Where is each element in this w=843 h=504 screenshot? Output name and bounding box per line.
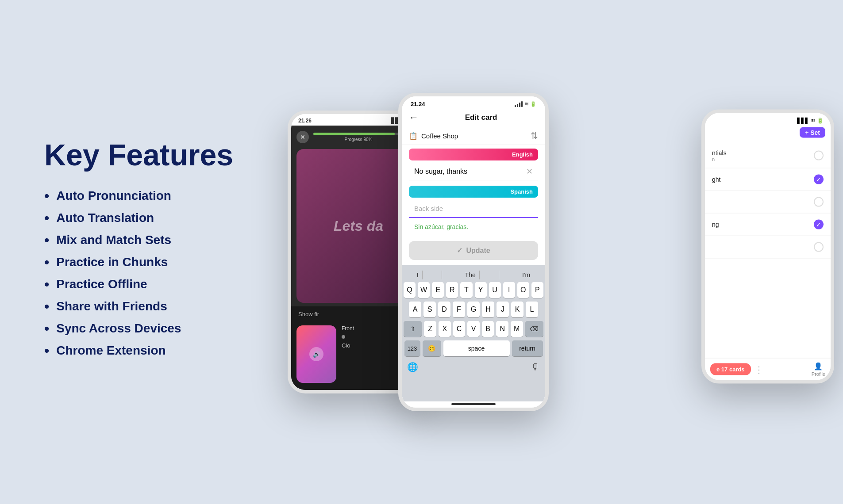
english-section: English No sugar, thanks ✕ (402, 145, 545, 182)
keyboard-key[interactable]: Z (424, 321, 436, 337)
spanish-label: Spanish (510, 188, 533, 195)
keyboard-key[interactable]: W (418, 282, 430, 298)
translation-text: Sin azúcar, gracias. (409, 220, 538, 234)
close-button[interactable]: ✕ (296, 131, 309, 143)
keyboard-key[interactable]: return (512, 340, 543, 356)
keyboard-key[interactable]: E (432, 282, 444, 298)
feature-item: Sync Across Devices (44, 321, 248, 336)
bottom-bar-right: e 17 cards ⋮ 👤 Profile (705, 358, 831, 380)
status-icons-mid: ≋ 🔋 (515, 101, 536, 107)
list-item[interactable]: ng✓ (705, 214, 831, 236)
set-list: ntialsnght✓ng✓ (705, 140, 831, 358)
progress-text: Progress 90% (313, 137, 404, 142)
battery-icon-right: 🔋 (817, 118, 824, 124)
update-button[interactable]: ✓ Update (409, 241, 538, 260)
profile-area[interactable]: 👤 Profile (812, 362, 825, 377)
deck-name: Coffee Shop (421, 132, 527, 140)
list-item[interactable]: ght✓ (705, 168, 831, 191)
more-button[interactable]: ⋮ (754, 364, 763, 374)
radio-unchecked[interactable] (814, 151, 824, 160)
list-item[interactable]: ntialsn (705, 143, 831, 168)
keyboard-key[interactable]: V (467, 321, 480, 337)
keyboard-suggestion[interactable]: I'm (519, 271, 534, 279)
feature-item: Practice in Chunks (44, 255, 248, 269)
keyboard-key[interactable]: R (446, 282, 458, 298)
feature-item: Auto Translation (44, 211, 248, 225)
keyboard-suggestions: ITheI'm (404, 269, 543, 282)
keyboard-key[interactable]: N (496, 321, 508, 337)
status-bar-mid: 21.24 ≋ 🔋 (402, 96, 545, 110)
card-text: Lets da (334, 218, 383, 234)
radio-unchecked[interactable] (814, 242, 824, 252)
back-arrow-button[interactable]: ← (409, 112, 419, 123)
keyboard-key[interactable]: U (489, 282, 501, 298)
keyboard-key[interactable]: J (497, 302, 509, 317)
cards-badge[interactable]: e 17 cards (710, 363, 751, 375)
feature-item: Mix and Match Sets (44, 233, 248, 247)
keyboard-key[interactable]: O (517, 282, 529, 298)
phone-edit-card: 21.24 ≋ 🔋 ← Edit card (398, 93, 549, 411)
keyboard-key[interactable]: 123 (404, 340, 420, 356)
keyboard-row-1: QWERTYUIOP (404, 282, 543, 298)
keyboard-key[interactable]: 😊 (423, 340, 441, 356)
keyboard-key[interactable]: Q (404, 282, 416, 298)
keyboard-key[interactable]: G (467, 302, 480, 317)
keyboard-key[interactable]: T (460, 282, 472, 298)
english-input-area[interactable]: No sugar, thanks ✕ (409, 163, 538, 180)
keyboard-key[interactable]: K (511, 302, 524, 317)
keyboard-key[interactable]: S (423, 302, 436, 317)
set-button[interactable]: + Set (800, 127, 825, 138)
keyboard-key[interactable]: L (526, 302, 538, 317)
set-button-container: + Set (705, 126, 831, 140)
flashcard-front[interactable]: 🔊 (296, 325, 336, 383)
globe-icon[interactable]: 🌐 (407, 362, 418, 372)
keyboard-key[interactable]: Y (475, 282, 487, 298)
radio-checked[interactable]: ✓ (814, 175, 824, 184)
signal-bar-1 (515, 105, 516, 107)
keyboard-key[interactable]: D (438, 302, 450, 317)
time-mid: 21.24 (411, 101, 425, 107)
keyboard-key[interactable]: H (482, 302, 494, 317)
keyboard-key[interactable]: B (482, 321, 494, 337)
keyboard-row-3: ⇧ZXCVBNM⌫ (404, 321, 543, 337)
checkmark-icon: ✓ (457, 246, 462, 255)
keyboard-suggestion[interactable]: I (413, 271, 423, 279)
deck-icon: 📋 (409, 132, 418, 140)
list-item[interactable] (705, 236, 831, 259)
set-label: + Set (805, 129, 820, 136)
keyboard-key[interactable]: X (439, 321, 451, 337)
signal-bar-4 (521, 101, 523, 107)
keyboard-key[interactable]: A (409, 302, 421, 317)
radio-checked[interactable]: ✓ (814, 220, 824, 229)
cards-label: e 17 cards (716, 366, 745, 373)
edit-card-title: Edit card (424, 113, 538, 122)
keyboard-row-2: ASDFGHJKL (404, 302, 543, 317)
keyboard-key[interactable]: C (453, 321, 466, 337)
radio-unchecked[interactable] (814, 197, 824, 207)
keyboard-key[interactable]: ⌫ (525, 321, 543, 337)
keyboard-key[interactable]: P (531, 282, 543, 298)
update-label: Update (466, 247, 490, 255)
phones-section: 21.26 ▋▋▋ ▼ 🔋 ✕ Progress 90% Lets da (274, 0, 843, 504)
keyboard-key[interactable]: M (511, 321, 523, 337)
keyboard-key[interactable]: space (443, 340, 510, 356)
deck-selector[interactable]: 📋 Coffee Shop ⇅ (402, 127, 545, 145)
signal-bar-3 (519, 103, 520, 107)
keyboard-suggestion[interactable]: The (462, 271, 480, 279)
feature-item: Practice Offline (44, 277, 248, 291)
mic-icon[interactable]: 🎙 (531, 362, 540, 372)
page-title: Key Features (44, 138, 248, 172)
feature-item: Share with Friends (44, 299, 248, 313)
spanish-section: Spanish Back side Sin azúcar, gracias. (402, 182, 545, 236)
keyboard-key[interactable]: I (503, 282, 515, 298)
keyboard-key[interactable]: ⇧ (404, 321, 422, 337)
feature-item: Auto Pronunciation (44, 189, 248, 203)
clear-button[interactable]: ✕ (526, 167, 533, 176)
keyboard-key[interactable]: F (453, 302, 465, 317)
list-item[interactable] (705, 191, 831, 214)
status-bar-right: ▋▋▋ ≋ 🔋 (705, 113, 831, 126)
back-side-placeholder: Back side (414, 205, 443, 212)
back-side-input[interactable]: Back side (409, 200, 538, 218)
keyboard-bottom-bar: 🌐 🎙 (404, 360, 543, 374)
english-header: English (409, 149, 538, 160)
